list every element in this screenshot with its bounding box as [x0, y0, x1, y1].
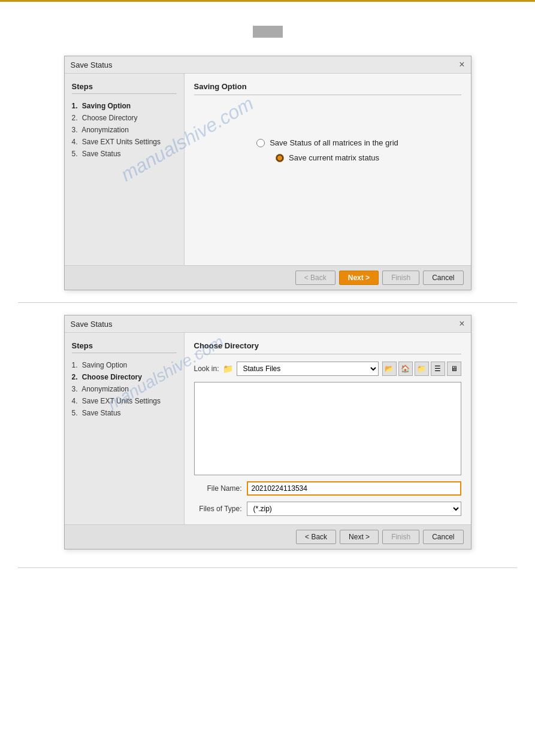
- separator: [18, 302, 517, 303]
- content-panel-1: Saving Option Save Status of all matrice…: [185, 74, 471, 265]
- step-3-anonymization: 3. Anonymization: [72, 124, 177, 136]
- d2-step-1-saving-option: 1. Saving Option: [72, 359, 177, 371]
- steps-panel-2: Steps 1. Saving Option 2. Choose Directo…: [65, 333, 185, 524]
- toolbar-details-icon[interactable]: 🖥: [447, 362, 461, 376]
- toolbar-new-folder-icon[interactable]: 📁: [415, 362, 429, 376]
- steps-heading-1: Steps: [72, 82, 177, 94]
- content-heading-2: Choose Directory: [194, 341, 461, 354]
- file-name-label: File Name:: [194, 484, 242, 493]
- cancel-button-2[interactable]: Cancel: [423, 530, 463, 544]
- step-4-save-ext-units: 4. Save EXT Units Settings: [72, 136, 177, 148]
- gray-rectangle: [253, 26, 283, 38]
- dialog-title-1: Save Status: [71, 60, 113, 69]
- dialog-footer-2: < Back Next > Finish Cancel: [65, 524, 471, 549]
- finish-button-1[interactable]: Finish: [382, 271, 419, 285]
- dialog-footer-1: < Back Next > Finish Cancel: [65, 265, 471, 290]
- d2-step-2-choose-directory: 2. Choose Directory: [72, 371, 177, 383]
- d2-step-3-anonymization: 3. Anonymization: [72, 383, 177, 395]
- d2-step-4-save-ext-units: 4. Save EXT Units Settings: [72, 395, 177, 407]
- content-heading-1: Saving Option: [194, 82, 461, 95]
- steps-list-1: 1. Saving Option 2. Choose Directory 3. …: [72, 100, 177, 160]
- radio-all-matrices[interactable]: [256, 139, 265, 147]
- back-button-2[interactable]: < Back: [296, 530, 336, 544]
- dialog-titlebar-2: Save Status ×: [65, 315, 471, 333]
- directory-form: Look in: 📁 Status Files 📂 🏠 📁 ☰ 🖥: [194, 362, 461, 516]
- back-button-1[interactable]: < Back: [295, 271, 335, 285]
- dialog-close-button-2[interactable]: ×: [459, 319, 464, 329]
- finish-button-2[interactable]: Finish: [382, 530, 419, 544]
- look-in-row: Look in: 📁 Status Files 📂 🏠 📁 ☰ 🖥: [194, 362, 461, 376]
- dialog-title-2: Save Status: [71, 320, 113, 329]
- toolbar-list-icon[interactable]: ☰: [431, 362, 445, 376]
- cancel-button-1[interactable]: Cancel: [423, 271, 463, 285]
- step-2-choose-directory: 2. Choose Directory: [72, 112, 177, 124]
- content-panel-2: Choose Directory Look in: 📁 Status Files…: [185, 333, 471, 524]
- step-2-label: Choose Directory: [82, 114, 138, 122]
- step-5-label: Save Status: [82, 150, 121, 158]
- dialog-titlebar-1: Save Status ×: [65, 56, 471, 74]
- toolbar-icons: 📂 🏠 📁 ☰ 🖥: [382, 362, 461, 376]
- steps-list-2: 1. Saving Option 2. Choose Directory 3. …: [72, 359, 177, 419]
- toolbar-open-icon[interactable]: 📂: [382, 362, 397, 376]
- radio-row-current-matrix: Save current matrix status: [276, 153, 379, 162]
- d2-step-5-save-status: 5. Save Status: [72, 407, 177, 419]
- files-type-select[interactable]: (*.zip): [247, 502, 461, 516]
- files-type-row: Files of Type: (*.zip): [194, 502, 461, 516]
- dialog-save-status-2: manualshive.com Save Status × Steps 1. S…: [64, 315, 471, 549]
- step-3-label: Anonymization: [81, 126, 129, 134]
- next-button-1[interactable]: Next >: [339, 271, 379, 285]
- file-name-input[interactable]: [247, 481, 461, 496]
- look-in-select[interactable]: Status Files: [237, 362, 379, 376]
- step-1-label: Saving Option: [82, 102, 131, 110]
- step-5-save-status: 5. Save Status: [72, 148, 177, 160]
- next-button-2[interactable]: Next >: [340, 530, 379, 544]
- file-name-row: File Name:: [194, 481, 461, 496]
- folder-icon-small: 📁: [223, 364, 233, 374]
- files-type-label: Files of Type:: [194, 505, 242, 513]
- toolbar-home-icon[interactable]: 🏠: [398, 362, 413, 376]
- dialog-body-2: Steps 1. Saving Option 2. Choose Directo…: [65, 333, 471, 524]
- radio-group-1: Save Status of all matrices in the grid …: [194, 138, 461, 162]
- bottom-separator: [18, 567, 517, 568]
- look-in-label: Look in:: [194, 365, 219, 373]
- radio-current-matrix[interactable]: [276, 154, 284, 162]
- file-browser[interactable]: [194, 382, 461, 475]
- radio-current-matrix-label: Save current matrix status: [289, 153, 379, 162]
- dialog-body-1: Steps 1. Saving Option 2. Choose Directo…: [65, 74, 471, 265]
- steps-heading-2: Steps: [72, 341, 177, 353]
- step-1-saving-option: 1. Saving Option: [72, 100, 177, 112]
- dialog-close-button-1[interactable]: ×: [459, 60, 464, 69]
- radio-row-all-matrices: Save Status of all matrices in the grid: [256, 138, 398, 147]
- radio-all-matrices-label: Save Status of all matrices in the grid: [270, 138, 398, 147]
- dialog-save-status-1: manualshive.com Save Status × Steps 1. S…: [64, 56, 471, 290]
- step-4-label: Save EXT Units Settings: [82, 138, 161, 146]
- steps-panel-1: Steps 1. Saving Option 2. Choose Directo…: [65, 74, 185, 265]
